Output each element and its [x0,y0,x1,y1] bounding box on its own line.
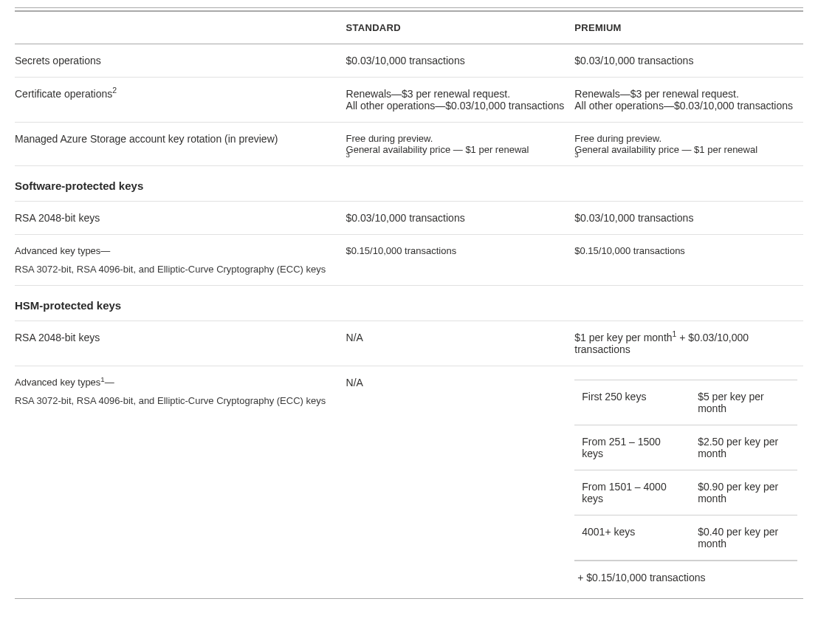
tier-range: From 251 – 1500 keys [574,425,690,470]
storage-premium: Free during preview. General availabilit… [574,123,803,166]
row-secrets: Secrets operations $0.03/10,000 transact… [15,44,803,78]
header-feature [15,12,346,44]
storage-standard: Free during preview. General availabilit… [346,123,575,166]
hsm-rsa2048-feature: RSA 2048-bit keys [15,321,346,366]
storage-std-l2: General availability price — $1 per rene… [346,144,569,155]
certs-std-l1: Renewals—$3 per renewal request. [346,88,569,100]
hsm-advanced-sub: RSA 3072-bit, RSA 4096-bit, and Elliptic… [15,395,340,406]
storage-feature: Managed Azure Storage account key rotati… [15,123,346,166]
sw-advanced-main: Advanced key types— [15,245,110,256]
row-hsm-rsa2048: RSA 2048-bit keys N/A $1 per key per mon… [15,321,803,366]
certs-premium: Renewals—$3 per renewal request. All oth… [574,78,803,123]
tier-price: $2.50 per key per month [690,425,797,470]
storage-prem-l2: General availability price — $1 per rene… [574,144,797,155]
sw-rsa2048-feature: RSA 2048-bit keys [15,202,346,235]
section-software-title: Software-protected keys [15,166,803,202]
tier-range: From 1501 – 4000 keys [574,470,690,515]
secrets-premium: $0.03/10,000 transactions [574,44,803,78]
tier-price: $5 per key per month [690,380,797,425]
header-standard: STANDARD [346,12,575,44]
tier-addendum: + $0.15/10,000 transactions [574,561,797,588]
storage-prem-l1: Free during preview. [574,133,797,144]
hsm-tier-table: First 250 keys $5 per key per month From… [574,380,797,561]
secrets-feature: Secrets operations [15,44,346,78]
hsm-advanced-feature: Advanced key types1— RSA 3072-bit, RSA 4… [15,366,346,599]
hsm-advanced-standard: N/A [346,366,575,599]
row-certs: Certificate operations2 Renewals—$3 per … [15,78,803,123]
hsm-rsa2048-standard: N/A [346,321,575,366]
section-hsm: HSM-protected keys [15,286,803,321]
tier-price: $0.40 per key per month [690,515,797,561]
sw-rsa2048-standard: $0.03/10,000 transactions [346,202,575,235]
row-sw-advanced: Advanced key types— RSA 3072-bit, RSA 40… [15,235,803,286]
row-hsm-advanced: Advanced key types1— RSA 3072-bit, RSA 4… [15,366,803,599]
sw-advanced-sub: RSA 3072-bit, RSA 4096-bit, and Elliptic… [15,264,340,275]
sw-rsa2048-premium: $0.03/10,000 transactions [574,202,803,235]
certs-standard: Renewals—$3 per renewal request. All oth… [346,78,575,123]
certs-prem-l2: All other operations—$0.03/10,000 transa… [574,100,797,112]
certs-std-l2: All other operations—$0.03/10,000 transa… [346,100,569,112]
pricing-table: STANDARD PREMIUM Secrets operations $0.0… [15,11,803,599]
section-software: Software-protected keys [15,166,803,202]
sw-advanced-standard: $0.15/10,000 transactions [346,235,575,286]
certs-feature: Certificate operations2 [15,78,346,123]
hsm-advanced-premium: First 250 keys $5 per key per month From… [574,366,803,599]
certs-feature-sup: 2 [112,86,117,95]
secrets-standard: $0.03/10,000 transactions [346,44,575,78]
tier-range: First 250 keys [574,380,690,425]
tier-row: First 250 keys $5 per key per month [574,380,797,425]
certs-prem-l1: Renewals—$3 per renewal request. [574,88,797,100]
row-sw-rsa2048: RSA 2048-bit keys $0.03/10,000 transacti… [15,202,803,235]
certs-feature-text: Certificate operations [15,88,112,100]
tier-row: 4001+ keys $0.40 per key per month [574,515,797,561]
hsm-rsa2048-premium: $1 per key per month1 + $0.03/10,000 tra… [574,321,803,366]
sw-advanced-feature: Advanced key types— RSA 3072-bit, RSA 40… [15,235,346,286]
pricing-header-row: STANDARD PREMIUM [15,12,803,44]
sw-advanced-premium: $0.15/10,000 transactions [574,235,803,286]
tier-row: From 251 – 1500 keys $2.50 per key per m… [574,425,797,470]
row-storage: Managed Azure Storage account key rotati… [15,123,803,166]
storage-std-l1: Free during preview. [346,133,569,144]
tier-row: From 1501 – 4000 keys $0.90 per key per … [574,470,797,515]
section-hsm-title: HSM-protected keys [15,286,803,321]
tier-range: 4001+ keys [574,515,690,561]
tier-price: $0.90 per key per month [690,470,797,515]
header-premium: PREMIUM [574,12,803,44]
hsm-advanced-main: Advanced key types1— [15,377,114,388]
